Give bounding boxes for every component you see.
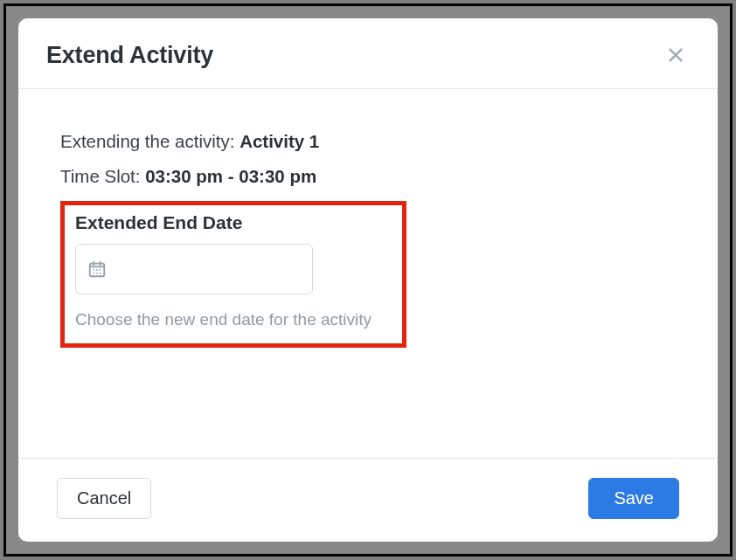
- modal-title: Extend Activity: [46, 42, 213, 69]
- extending-activity-label: Extending the activity:: [60, 131, 240, 151]
- extended-end-date-help: Choose the new end date for the activity: [75, 310, 392, 329]
- extended-end-date-input[interactable]: [75, 244, 313, 294]
- activity-name: Activity 1: [240, 131, 319, 151]
- close-button[interactable]: [662, 41, 690, 69]
- modal-footer: Cancel Save: [18, 458, 718, 542]
- cancel-button[interactable]: Cancel: [57, 478, 151, 519]
- modal-header: Extend Activity: [18, 18, 718, 89]
- close-icon: [666, 45, 685, 65]
- extending-activity-line: Extending the activity: Activity 1: [60, 131, 676, 152]
- time-slot-value: 03:30 pm - 03:30 pm: [145, 166, 316, 186]
- extended-end-date-label: Extended End Date: [75, 212, 392, 233]
- time-slot-label: Time Slot:: [60, 166, 145, 186]
- save-button[interactable]: Save: [588, 478, 679, 519]
- extend-activity-modal: Extend Activity Extending the activity: …: [18, 18, 718, 542]
- modal-body: Extending the activity: Activity 1 Time …: [18, 89, 718, 458]
- time-slot-line: Time Slot: 03:30 pm - 03:30 pm: [60, 166, 676, 187]
- frame: Extend Activity Extending the activity: …: [3, 3, 733, 557]
- extended-end-date-highlight: Extended End Date: [60, 201, 406, 348]
- date-input-wrap: [75, 244, 313, 294]
